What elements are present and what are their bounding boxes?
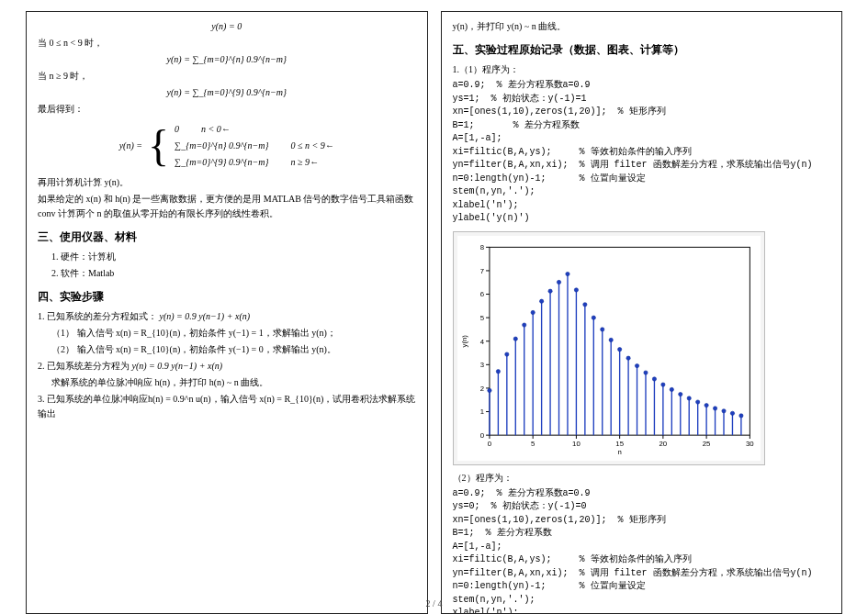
svg-text:3: 3 xyxy=(479,361,483,369)
svg-point-78 xyxy=(678,392,682,396)
code-block-2: a=0.9; % 差分方程系数a=0.9 ys=0; % 初始状态：y(-1)=… xyxy=(453,487,831,614)
svg-point-92 xyxy=(738,413,742,417)
step1a: （1） 输入信号 x(n) = R_{10}(n)，初始条件 y(−1) = 1… xyxy=(38,326,416,340)
svg-point-80 xyxy=(687,396,691,399)
left-page: y(n) = 0 当 0 ≤ n < 9 时， y(n) = ∑_{m=0}^{… xyxy=(26,11,428,614)
svg-text:n: n xyxy=(617,448,621,456)
case2-cond: n ≥ 9← xyxy=(291,155,320,170)
cond-range1: 当 0 ≤ n < 9 时， xyxy=(38,36,416,50)
step2a: 求解系统的单位脉冲响应 h(n)，并打印 h(n) ~ n 曲线。 xyxy=(38,375,416,390)
svg-point-38 xyxy=(504,352,508,356)
stem-chart: 012345678051015202530ny(n) xyxy=(453,231,765,465)
step3: 3. 已知系统的单位脉冲响应h(n) = 0.9^n u(n)，输入信号 x(n… xyxy=(38,392,416,421)
section-5-title: 五、实验过程原始记录（数据、图表、计算等） xyxy=(453,41,831,59)
svg-point-62 xyxy=(609,338,613,341)
svg-text:0: 0 xyxy=(487,439,490,447)
svg-point-60 xyxy=(600,327,603,330)
code-block-1: a=0.9; % 差分方程系数a=0.9 ys=1; % 初始状态：y(-1)=… xyxy=(453,79,831,226)
section-3-title: 三、使用仪器、材料 xyxy=(38,229,416,246)
svg-point-42 xyxy=(522,323,525,327)
svg-point-34 xyxy=(487,388,490,392)
brace-icon: { xyxy=(148,124,169,168)
piecewise-eq: y(n) = { 0n < 0← ∑_{m=0}^{n} 0.9^{n−m}0 … xyxy=(38,122,416,170)
svg-point-84 xyxy=(704,403,707,407)
svg-point-76 xyxy=(670,387,673,391)
page-number: 2 / 4 xyxy=(0,598,868,608)
svg-point-70 xyxy=(643,371,647,374)
svg-text:y(n): y(n) xyxy=(459,334,468,347)
svg-point-64 xyxy=(617,347,621,351)
eq-sum2: y(n) = ∑_{m=0}^{9} 0.9^{n−m} xyxy=(38,85,416,100)
svg-text:25: 25 xyxy=(702,439,710,447)
svg-text:30: 30 xyxy=(746,439,754,447)
section-4-title: 四、实验步骤 xyxy=(38,288,416,306)
right-page: y(n)，并打印 y(n) ~ n 曲线。 五、实验过程原始记录（数据、图表、计… xyxy=(441,11,843,614)
step1: 1. 已知系统的差分方程如式： y(n) = 0.9 y(n−1) + x(n) xyxy=(38,309,416,324)
svg-text:2: 2 xyxy=(479,385,483,393)
svg-text:4: 4 xyxy=(479,337,484,345)
svg-point-54 xyxy=(574,287,578,291)
sec3-item2: 2. 软件：Matlab xyxy=(38,266,416,281)
prog2-title: （2）程序为： xyxy=(453,471,831,486)
piecewise-cases: 0n < 0← ∑_{m=0}^{n} 0.9^{n−m}0 ≤ n < 9← … xyxy=(175,122,334,170)
svg-point-88 xyxy=(721,408,725,412)
svg-text:6: 6 xyxy=(479,290,483,298)
eq-y0: y(n) = 0 xyxy=(38,19,416,34)
svg-text:10: 10 xyxy=(572,439,581,447)
step1b: （2） 输入信号 x(n) = R_{10}(n)，初始条件 y(−1) = 0… xyxy=(38,342,416,357)
prog1-title: 1.（1）程序为： xyxy=(453,62,831,77)
svg-point-58 xyxy=(592,316,595,319)
piecewise-lhs: y(n) = xyxy=(119,139,142,153)
svg-text:0: 0 xyxy=(479,431,483,440)
cond-range2: 当 n ≥ 9 时， xyxy=(38,69,416,84)
svg-text:20: 20 xyxy=(659,439,667,447)
topline: y(n)，并打印 y(n) ~ n 曲线。 xyxy=(453,19,831,34)
svg-point-74 xyxy=(660,383,664,386)
sec3-item1: 1. 硬件：计算机 xyxy=(38,250,416,264)
svg-text:5: 5 xyxy=(531,439,535,447)
conv-paragraph: 如果给定的 x(n) 和 h(n) 是一些离散数据，更方便的是用 MATLAB … xyxy=(38,192,416,221)
svg-point-68 xyxy=(635,363,638,367)
svg-text:8: 8 xyxy=(479,243,483,251)
svg-point-72 xyxy=(652,377,656,381)
svg-text:5: 5 xyxy=(479,314,483,322)
svg-point-66 xyxy=(626,356,629,360)
svg-text:7: 7 xyxy=(479,267,483,275)
case2-expr: ∑_{m=0}^{9} 0.9^{n−m} xyxy=(175,155,269,170)
svg-point-90 xyxy=(730,411,734,415)
case1-expr: ∑_{m=0}^{n} 0.9^{n−m} xyxy=(175,139,269,153)
svg-point-40 xyxy=(513,337,517,340)
svg-text:1: 1 xyxy=(479,407,483,416)
svg-point-36 xyxy=(496,369,500,373)
calc-line: 再用计算机计算 y(n)。 xyxy=(38,175,416,190)
case0-cond: n < 0← xyxy=(201,122,231,137)
svg-point-86 xyxy=(713,407,716,410)
case1-cond: 0 ≤ n < 9← xyxy=(291,139,334,153)
svg-point-44 xyxy=(531,310,535,314)
svg-point-48 xyxy=(547,289,551,293)
chart-svg: 012345678051015202530ny(n) xyxy=(457,236,761,461)
svg-point-52 xyxy=(565,272,569,275)
svg-point-50 xyxy=(557,280,560,284)
svg-point-82 xyxy=(695,400,699,404)
finally-label: 最后得到： xyxy=(38,102,416,117)
case0-expr: 0 xyxy=(175,122,179,137)
step2: 2. 已知系统差分方程为 y(n) = 0.9 y(n−1) + x(n) xyxy=(38,359,416,374)
svg-point-46 xyxy=(539,299,543,303)
svg-point-56 xyxy=(582,302,586,306)
eq-sum1: y(n) = ∑_{m=0}^{n} 0.9^{n−m} xyxy=(38,52,416,67)
svg-text:15: 15 xyxy=(615,439,624,447)
